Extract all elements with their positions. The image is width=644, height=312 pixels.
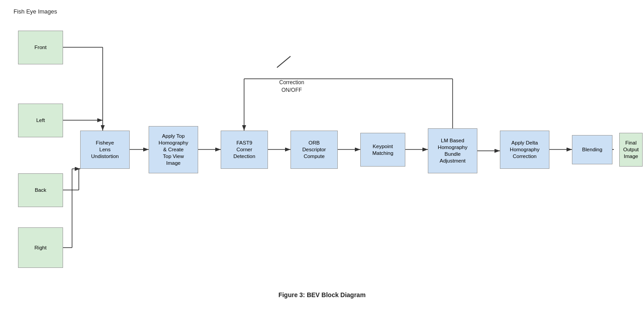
- block-right: Right: [18, 227, 63, 268]
- block-fast9: FAST9CornerDetection: [221, 131, 268, 169]
- block-output: Final OutputImage: [619, 133, 643, 167]
- block-lm: LM BasedHomographyBundleAdjustment: [428, 128, 477, 173]
- block-blending: Blending: [572, 135, 612, 164]
- block-keypoint: KeypointMatching: [360, 133, 405, 167]
- block-fisheye: FisheyeLensUndistortion: [80, 131, 130, 169]
- figure-caption: Figure 3: BEV Block Diagram: [278, 291, 366, 298]
- page-title: Fish Eye Images: [14, 8, 57, 15]
- diagram-container: Fish Eye Images: [0, 0, 644, 312]
- block-front: Front: [18, 31, 63, 64]
- svg-line-21: [277, 56, 290, 68]
- block-orb: ORBDescriptorCompute: [290, 131, 338, 169]
- block-delta: Apply DeltaHomographyCorrection: [500, 131, 549, 169]
- correction-label: CorrectionON/OFF: [279, 79, 304, 94]
- block-homography: Apply TopHomography& CreateTop ViewImage: [149, 126, 198, 173]
- block-left: Left: [18, 104, 63, 137]
- block-back: Back: [18, 173, 63, 207]
